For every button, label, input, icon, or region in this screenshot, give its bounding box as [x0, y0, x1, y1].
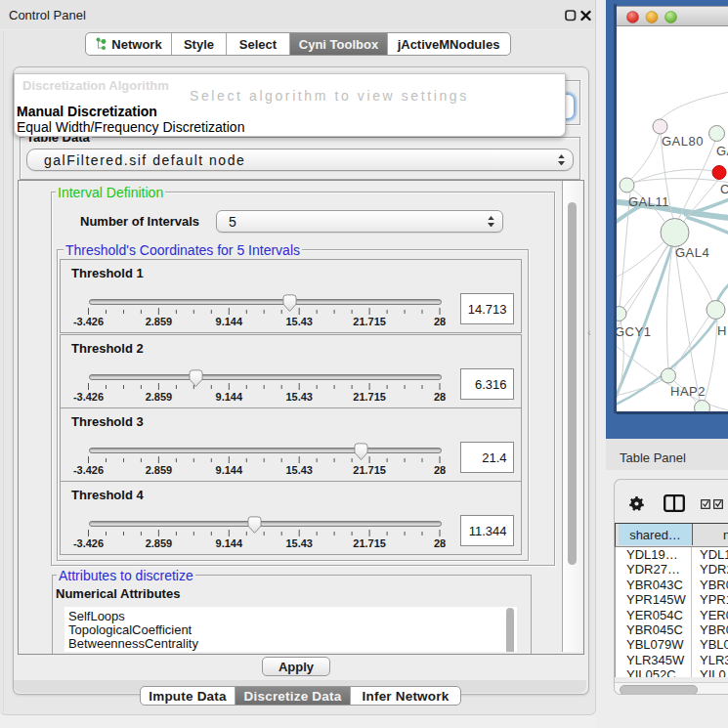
svg-text:GAL80: GAL80: [662, 134, 704, 149]
svg-text:C: C: [720, 182, 728, 196]
svg-text:GAL4: GAL4: [675, 245, 709, 260]
svg-text:H: H: [717, 323, 727, 338]
svg-text:GCY1: GCY1: [617, 324, 651, 339]
svg-text:HAP2: HAP2: [670, 384, 706, 399]
svg-text:GAL11: GAL11: [628, 194, 669, 209]
svg-text:GA: GA: [716, 144, 728, 158]
